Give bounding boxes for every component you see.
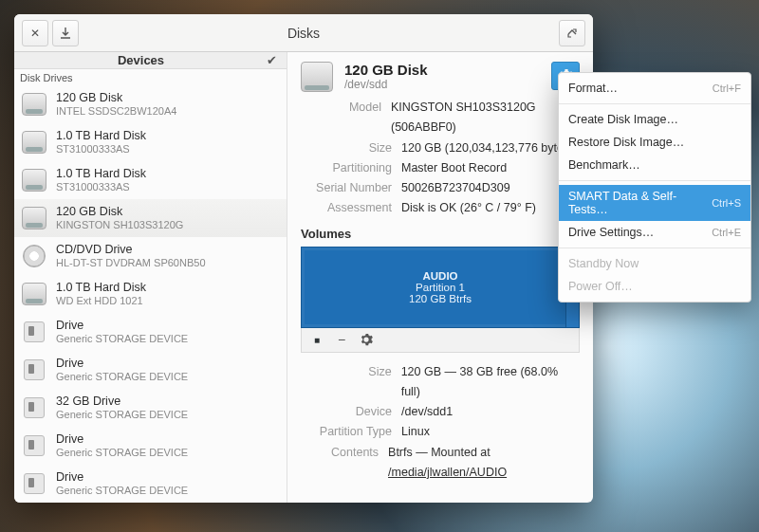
device-row[interactable]: DriveGeneric STORAGE DEVICE bbox=[14, 313, 287, 351]
usb-icon bbox=[20, 356, 48, 384]
sidebar: Devices ✔ Disk Drives 120 GB DiskINTEL S… bbox=[14, 52, 287, 503]
device-row[interactable]: DriveGeneric STORAGE DEVICE bbox=[14, 427, 287, 465]
label-assessment: Assessment bbox=[301, 198, 392, 218]
mount-path-link[interactable]: /media/jlwallen/AUDIO bbox=[388, 466, 507, 479]
disk-options-menu: Format…Ctrl+FCreate Disk Image…Restore D… bbox=[558, 72, 751, 303]
device-subtitle: Generic STORAGE DEVICE bbox=[56, 485, 188, 497]
partition-index: Partition 1 bbox=[416, 282, 465, 293]
device-row[interactable]: 1.0 TB Hard DiskST31000333AS bbox=[14, 161, 287, 199]
menu-item-label: SMART Data & Self-Tests… bbox=[568, 190, 712, 216]
device-subtitle: HL-DT-ST DVDRAM SP60NB50 bbox=[56, 257, 206, 269]
device-text: DriveGeneric STORAGE DEVICE bbox=[56, 357, 188, 382]
menu-item-label: Power Off… bbox=[568, 280, 633, 293]
menu-item[interactable]: Drive Settings…Ctrl+E bbox=[559, 221, 750, 244]
menu-item[interactable]: SMART Data & Self-Tests…Ctrl+S bbox=[559, 185, 750, 221]
details-pane: 120 GB Disk /dev/sdd ModelKINGSTON SH103… bbox=[287, 52, 593, 503]
menu-separator bbox=[559, 180, 750, 181]
volumes-label: Volumes bbox=[301, 227, 580, 241]
sidebar-header-select-toggle[interactable]: ✔ bbox=[262, 53, 281, 67]
volume-toolbar bbox=[301, 328, 580, 353]
value-contents-prefix: Btrfs — Mounted at bbox=[388, 446, 491, 459]
menu-item[interactable]: Format…Ctrl+F bbox=[559, 77, 750, 100]
unmount-button[interactable] bbox=[307, 330, 326, 349]
hdd-icon bbox=[20, 204, 48, 232]
value-partition-type: Linux bbox=[401, 422, 430, 442]
hdd-icon bbox=[20, 166, 48, 194]
menu-item-accel: Ctrl+E bbox=[712, 227, 741, 238]
partition-name: AUDIO bbox=[422, 270, 457, 282]
disk-info-rows: ModelKINGSTON SH103S3120G (506ABBF0) Siz… bbox=[301, 98, 580, 219]
device-subtitle: INTEL SSDSC2BW120A4 bbox=[56, 105, 176, 118]
device-subtitle: WD Ext HDD 1021 bbox=[56, 295, 146, 307]
menu-item[interactable]: Create Disk Image… bbox=[559, 108, 750, 131]
device-text: CD/DVD DriveHL-DT-ST DVDRAM SP60NB50 bbox=[56, 243, 206, 268]
app-menu-button[interactable] bbox=[52, 20, 79, 46]
menu-separator bbox=[559, 248, 750, 248]
cd-icon bbox=[20, 242, 48, 270]
usb-icon bbox=[20, 431, 48, 460]
label-size: Size bbox=[301, 138, 392, 158]
menu-item-label: Drive Settings… bbox=[568, 226, 654, 239]
device-title: 1.0 TB Hard Disk bbox=[56, 129, 146, 142]
window-title: Disks bbox=[14, 26, 593, 41]
disk-title: 120 GB Disk bbox=[344, 62, 428, 78]
partition-block[interactable]: AUDIO Partition 1 120 GB Btrfs bbox=[301, 247, 580, 328]
device-text: DriveGeneric STORAGE DEVICE bbox=[56, 432, 188, 458]
menu-item-label: Restore Disk Image… bbox=[568, 136, 684, 149]
value-size: 120 GB (120,034,123,776 bytes) bbox=[401, 138, 573, 158]
maximize-button[interactable] bbox=[559, 20, 585, 46]
device-text: 120 GB DiskINTEL SSDSC2BW120A4 bbox=[56, 91, 176, 117]
device-title: 32 GB Drive bbox=[56, 394, 188, 408]
device-section-label: Disk Drives bbox=[14, 69, 287, 85]
device-subtitle: Generic STORAGE DEVICE bbox=[56, 371, 188, 383]
device-row[interactable]: 1.0 TB Hard DiskST31000333AS bbox=[14, 123, 287, 161]
device-text: DriveGeneric STORAGE DEVICE bbox=[56, 319, 188, 344]
device-row[interactable]: 120 GB DiskINTEL SSDSC2BW120A4 bbox=[14, 85, 287, 123]
label-vol-size: Size bbox=[301, 362, 392, 403]
device-list: 120 GB DiskINTEL SSDSC2BW120A41.0 TB Har… bbox=[14, 85, 287, 503]
device-text: 32 GB DriveGeneric STORAGE DEVICE bbox=[56, 394, 188, 420]
device-row[interactable]: 120 GB DiskKINGSTON SH103S3120G bbox=[14, 199, 287, 237]
device-title: Drive bbox=[56, 470, 188, 484]
volume-options-button[interactable] bbox=[357, 330, 376, 349]
label-contents: Contents bbox=[301, 443, 379, 484]
device-text: DriveGeneric STORAGE DEVICE bbox=[56, 470, 188, 496]
disks-window: Disks Devices ✔ Disk Drives 120 GB DiskI… bbox=[14, 14, 593, 503]
sidebar-header-title: Devices bbox=[20, 53, 262, 67]
delete-partition-button[interactable] bbox=[332, 330, 351, 349]
device-row[interactable]: 32 GB DriveGeneric STORAGE DEVICE bbox=[14, 389, 287, 427]
device-subtitle: KINGSTON SH103S3120G bbox=[56, 219, 183, 231]
menu-item[interactable]: Restore Disk Image… bbox=[559, 131, 750, 154]
device-text: 1.0 TB Hard DiskST31000333AS bbox=[56, 129, 146, 155]
device-title: Drive bbox=[56, 432, 188, 446]
device-title: Drive bbox=[56, 357, 188, 370]
value-assessment: Disk is OK (26° C / 79° F) bbox=[401, 198, 536, 218]
menu-item-label: Benchmark… bbox=[568, 158, 640, 172]
menu-separator bbox=[559, 103, 750, 104]
label-model: Model bbox=[301, 98, 381, 138]
device-row[interactable]: DriveGeneric STORAGE DEVICE bbox=[14, 465, 287, 503]
usb-icon bbox=[20, 394, 48, 422]
device-subtitle: Generic STORAGE DEVICE bbox=[56, 333, 188, 345]
menu-item-label: Create Disk Image… bbox=[568, 113, 678, 126]
device-title: CD/DVD Drive bbox=[56, 243, 206, 256]
titlebar: Disks bbox=[14, 14, 593, 52]
device-row[interactable]: 1.0 TB Hard DiskWD Ext HDD 1021 bbox=[14, 275, 287, 313]
value-partitioning: Master Boot Record bbox=[401, 158, 507, 178]
close-button[interactable] bbox=[22, 20, 48, 46]
device-subtitle: Generic STORAGE DEVICE bbox=[56, 447, 188, 459]
hdd-icon bbox=[20, 280, 48, 308]
volume-info-rows: Size120 GB — 38 GB free (68.0% full) Dev… bbox=[301, 362, 580, 484]
device-title: 120 GB Disk bbox=[56, 205, 183, 218]
menu-item[interactable]: Benchmark… bbox=[559, 154, 750, 176]
device-title: 1.0 TB Hard Disk bbox=[56, 167, 146, 180]
content-area: Devices ✔ Disk Drives 120 GB DiskINTEL S… bbox=[14, 52, 593, 503]
menu-item: Power Off… bbox=[559, 275, 750, 298]
device-title: 1.0 TB Hard Disk bbox=[56, 281, 146, 294]
device-text: 1.0 TB Hard DiskWD Ext HDD 1021 bbox=[56, 281, 146, 306]
device-row[interactable]: CD/DVD DriveHL-DT-ST DVDRAM SP60NB50 bbox=[14, 237, 287, 275]
menu-item-accel: Ctrl+S bbox=[712, 197, 741, 209]
device-row[interactable]: DriveGeneric STORAGE DEVICE bbox=[14, 351, 287, 389]
hdd-icon bbox=[20, 90, 48, 119]
menu-item-label: Format… bbox=[568, 82, 618, 95]
